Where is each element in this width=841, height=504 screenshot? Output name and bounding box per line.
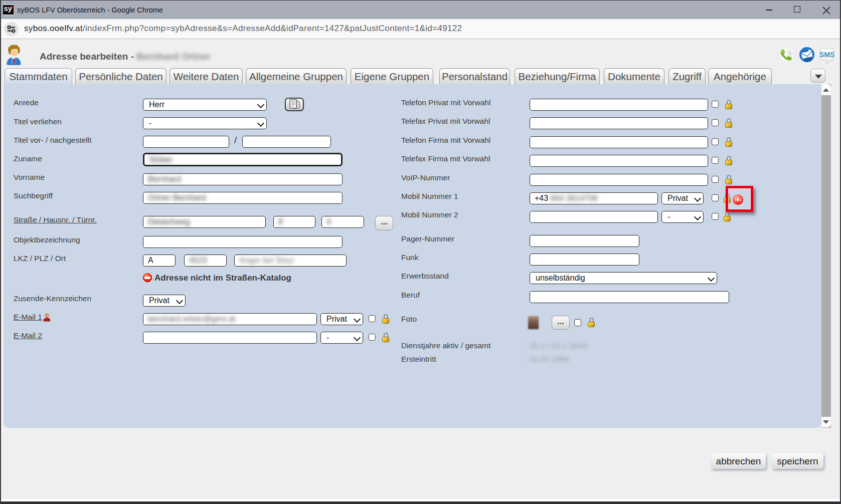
svg-text:SMS: SMS (819, 51, 834, 59)
